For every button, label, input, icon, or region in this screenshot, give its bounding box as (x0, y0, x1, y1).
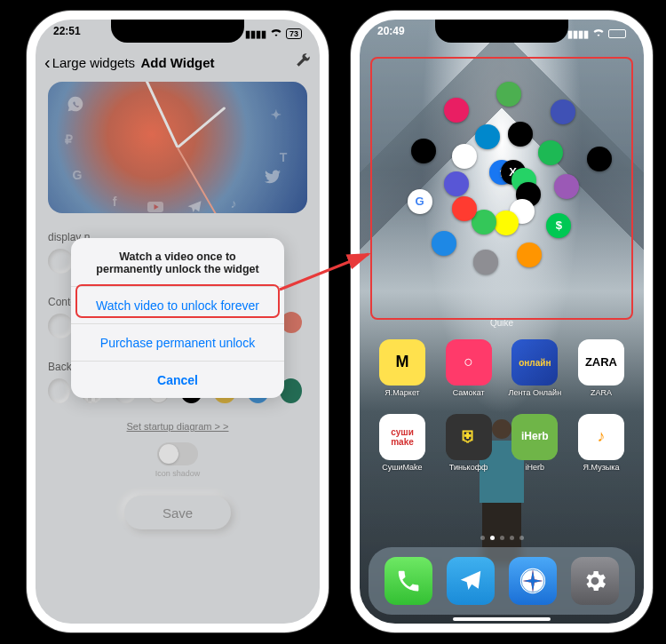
left-phone-frame: 22:51 ▮▮▮▮ 73 ‹ Large widgets Add Widget (27, 11, 329, 632)
dock-phone[interactable] (385, 557, 432, 605)
app-label: СушиMake (382, 463, 422, 472)
svg-line-3 (280, 254, 369, 290)
app-row-2: суши makeСушиMake⛨ТинькоффiHerbiHerb♪Я.М… (376, 414, 628, 478)
status-icons: ▮▮▮▮ 73 (245, 25, 302, 43)
app-icon: суши make (379, 414, 425, 460)
app-icon: ⛨ (446, 414, 492, 460)
highlight-watch-video (75, 284, 280, 318)
left-screen: 22:51 ▮▮▮▮ 73 ‹ Large widgets Add Widget (36, 20, 320, 624)
app-icon: ○ (446, 339, 492, 386)
wifi-icon (270, 28, 282, 39)
app-Лента Онлайн[interactable]: онлайнЛента Онлайн (508, 339, 561, 403)
app-icon: ZARA (578, 339, 624, 386)
app-icon: ♪ (578, 414, 624, 460)
app-Я.Музыка[interactable]: ♪Я.Музыка (575, 414, 628, 478)
signal-icon: ▮▮▮▮ (567, 28, 589, 40)
app-Тинькофф[interactable]: ⛨Тинькофф (442, 414, 496, 478)
clock-time: 20:49 (377, 25, 405, 43)
app-label: Тинькофф (449, 463, 488, 472)
page-indicator[interactable] (360, 536, 644, 540)
app-label: ZARA (591, 388, 612, 397)
app-iHerb[interactable]: iHerbiHerb (508, 414, 561, 478)
dock-telegram[interactable] (447, 557, 495, 605)
app-label: Самокат (453, 388, 485, 397)
unlock-sheet: Watch a video once to permanently unlock… (71, 238, 284, 398)
status-icons: ▮▮▮▮ (567, 25, 626, 43)
battery-icon: 73 (286, 28, 302, 39)
wifi-icon (592, 28, 605, 39)
notch (111, 20, 244, 43)
app-icon: iHerb (511, 414, 558, 460)
app-icon: онлайн (511, 339, 558, 386)
notch (435, 20, 568, 43)
highlight-widget (370, 57, 633, 320)
battery-icon (608, 29, 626, 38)
right-screen: 20:49 ▮▮▮▮ fX$G Quike МЯ.Маркет○Самокато… (360, 20, 644, 624)
dock (369, 547, 635, 615)
right-phone-frame: 20:49 ▮▮▮▮ fX$G Quike МЯ.Маркет○Самокато… (351, 11, 653, 632)
sheet-message: Watch a video once to permanently unlock… (71, 238, 284, 286)
app-label: Я.Музыка (583, 463, 620, 472)
cancel-button[interactable]: Cancel (71, 361, 284, 398)
signal-icon: ▮▮▮▮ (245, 28, 266, 40)
app-Самокат[interactable]: ○Самокат (442, 339, 496, 403)
app-row-1: МЯ.Маркет○СамокатонлайнЛента ОнлайнZARAZ… (376, 339, 628, 403)
home-indicator[interactable] (453, 617, 551, 621)
app-label: Лента Онлайн (508, 388, 561, 397)
app-label: iHerb (526, 463, 545, 472)
annotation-arrow (275, 245, 382, 298)
dock-settings[interactable] (571, 557, 619, 605)
purchase-button[interactable]: Purchase permanent unlock (71, 323, 284, 361)
app-Я.Маркет[interactable]: МЯ.Маркет (376, 339, 429, 403)
app-label: Я.Маркет (385, 388, 419, 397)
app-ZARA[interactable]: ZARAZARA (575, 339, 628, 403)
clock-time: 22:51 (53, 25, 81, 43)
app-СушиMake[interactable]: суши makeСушиMake (376, 414, 429, 478)
dock-safari[interactable] (509, 557, 557, 605)
app-icon: М (379, 339, 425, 386)
